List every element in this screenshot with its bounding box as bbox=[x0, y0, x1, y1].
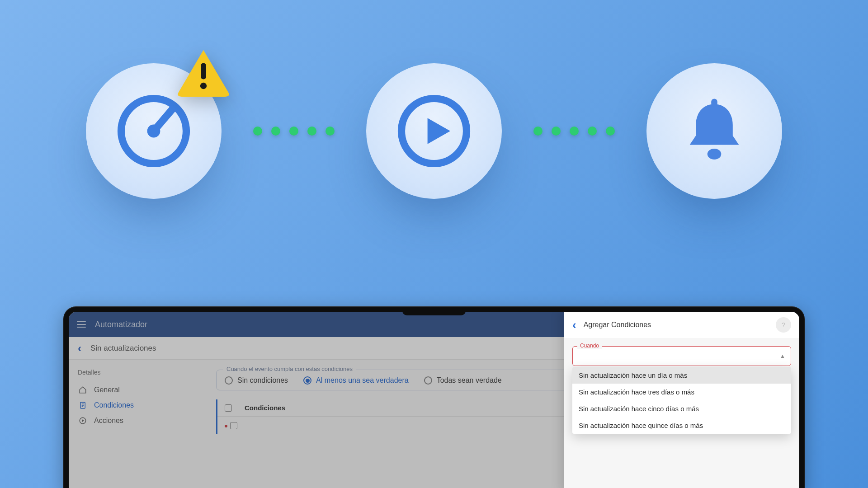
menu-icon[interactable] bbox=[77, 321, 86, 328]
radio-label: Al menos una sea verdadera bbox=[316, 376, 409, 385]
home-icon bbox=[78, 386, 88, 394]
svg-point-6 bbox=[708, 149, 722, 160]
page-title: Sin actualizaciones bbox=[90, 344, 156, 353]
cuando-dropdown: Sin actualización hace un día o más Sin … bbox=[572, 367, 791, 434]
sidebar-item-label: Condiciones bbox=[94, 401, 134, 409]
dropdown-option[interactable]: Sin actualización hace quince días o más bbox=[572, 417, 791, 434]
connector-dots bbox=[240, 127, 348, 136]
svg-rect-3 bbox=[201, 63, 206, 80]
required-dot-icon bbox=[225, 425, 227, 427]
connector-dots bbox=[520, 127, 628, 136]
warning-icon bbox=[176, 47, 231, 97]
help-icon[interactable]: ? bbox=[776, 317, 791, 333]
sidebar-section-label: Detalles bbox=[75, 369, 203, 376]
play-circle-icon bbox=[78, 417, 88, 425]
caret-up-icon: ▲ bbox=[780, 353, 785, 359]
fieldset-legend: Cuando el evento cumpla con estas condic… bbox=[223, 366, 356, 372]
sidebar-item-label: General bbox=[94, 386, 120, 394]
app-title: Automatizador bbox=[95, 320, 147, 329]
dropdown-option[interactable]: Sin actualización hace cinco días o más bbox=[572, 400, 791, 417]
sidebar-item-general[interactable]: General bbox=[75, 382, 203, 398]
sidebar-item-condiciones[interactable]: Condiciones bbox=[75, 398, 203, 413]
checkbox-all[interactable] bbox=[225, 404, 232, 412]
back-button[interactable]: ‹ bbox=[78, 342, 81, 355]
sidebar-item-label: Acciones bbox=[94, 417, 123, 425]
clipboard-icon bbox=[78, 401, 88, 409]
radio-al-menos-una[interactable]: Al menos una sea verdadera bbox=[303, 376, 409, 385]
radio-label: Sin condiciones bbox=[237, 376, 288, 385]
sidebar: Detalles General Condiciones bbox=[69, 360, 209, 488]
svg-point-4 bbox=[200, 83, 207, 89]
gauge-icon bbox=[86, 63, 222, 199]
svg-point-2 bbox=[147, 125, 160, 138]
hero-icon-row bbox=[0, 63, 868, 199]
sidebar-item-acciones[interactable]: Acciones bbox=[75, 413, 203, 428]
radio-sin-condiciones[interactable]: Sin condiciones bbox=[225, 376, 288, 385]
checkbox-row[interactable] bbox=[230, 422, 237, 429]
cuando-select[interactable]: Cuando ▲ bbox=[572, 346, 791, 366]
select-label: Cuando bbox=[577, 343, 602, 349]
radio-todas[interactable]: Todas sean verdade bbox=[424, 376, 502, 385]
panel-back-button[interactable]: ‹ bbox=[572, 318, 576, 332]
laptop-notch bbox=[402, 312, 466, 315]
panel-title: Agregar Condiciones bbox=[584, 321, 769, 329]
laptop-mockup: Automatizador ‹ Sin actualizaciones Deta… bbox=[63, 306, 805, 488]
add-conditions-panel: ‹ Agregar Condiciones ? Cuando ▲ Sin act… bbox=[564, 312, 799, 488]
bell-icon bbox=[646, 63, 782, 199]
dropdown-option[interactable]: Sin actualización hace un día o más bbox=[572, 367, 791, 384]
dropdown-option[interactable]: Sin actualización hace tres días o más bbox=[572, 384, 791, 400]
play-icon bbox=[366, 63, 502, 199]
radio-label: Todas sean verdade bbox=[437, 376, 502, 385]
svg-rect-7 bbox=[711, 99, 717, 107]
